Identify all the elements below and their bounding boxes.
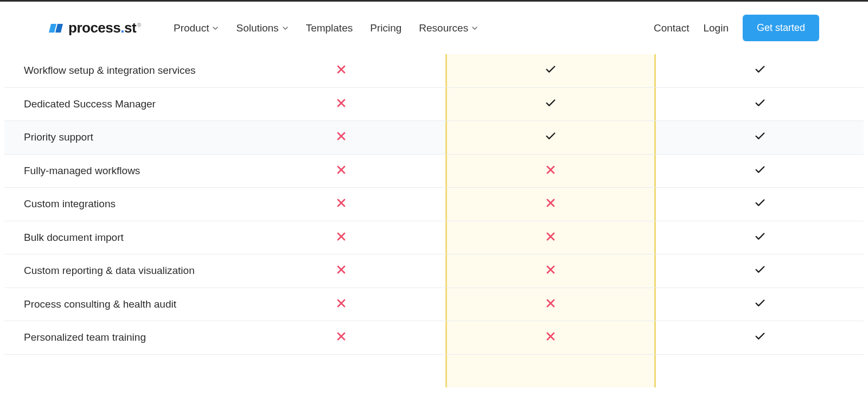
table-row: Fully-managed workflows bbox=[4, 155, 864, 188]
x-icon bbox=[336, 297, 346, 311]
nav-templates[interactable]: Templates bbox=[306, 22, 353, 34]
plan-col-2-highlighted bbox=[445, 88, 656, 121]
x-icon bbox=[546, 197, 556, 211]
plan-col-3 bbox=[656, 231, 864, 245]
x-icon bbox=[336, 164, 346, 178]
header-left: process.st® Product Solutions Templates … bbox=[49, 20, 478, 36]
table-row: Priority support bbox=[4, 121, 864, 155]
table-row: Bulk document import bbox=[4, 221, 864, 255]
plan-col-1 bbox=[238, 264, 445, 278]
table-row: Custom integrations bbox=[4, 188, 864, 221]
feature-label: Fully-managed workflows bbox=[4, 155, 238, 188]
check-icon bbox=[754, 97, 766, 111]
x-icon bbox=[336, 264, 346, 278]
table-row: Custom reporting & data visualization bbox=[4, 254, 864, 288]
plan-col-3 bbox=[656, 164, 864, 178]
plan-col-1 bbox=[238, 130, 445, 144]
plan-col-1 bbox=[238, 164, 445, 178]
table-row: Workflow setup & integration services bbox=[4, 54, 864, 88]
feature-label: Priority support bbox=[4, 121, 238, 154]
logo-text: process.st® bbox=[68, 20, 141, 36]
check-icon bbox=[754, 130, 766, 144]
feature-label: Process consulting & health audit bbox=[4, 288, 238, 321]
table-footer-row bbox=[4, 355, 864, 387]
feature-label: Custom reporting & data visualization bbox=[4, 254, 238, 288]
table-row: Personalized team training bbox=[4, 321, 864, 355]
check-icon bbox=[754, 63, 766, 78]
nav-resources[interactable]: Resources bbox=[419, 22, 478, 34]
check-icon bbox=[754, 330, 766, 344]
plan-col-2-highlighted bbox=[445, 121, 656, 154]
x-icon bbox=[336, 330, 346, 344]
x-icon bbox=[336, 63, 346, 78]
x-icon bbox=[546, 330, 556, 344]
plan-col-2-highlighted bbox=[445, 221, 656, 254]
nav-pricing[interactable]: Pricing bbox=[370, 22, 401, 34]
nav-product[interactable]: Product bbox=[174, 22, 219, 34]
plan-col-3 bbox=[656, 264, 864, 278]
plan-col-2-highlighted bbox=[445, 155, 656, 188]
plan-col-3 bbox=[656, 97, 864, 111]
feature-label: Dedicated Success Manager bbox=[4, 88, 238, 121]
check-icon bbox=[754, 197, 766, 211]
plan-col-3 bbox=[656, 130, 864, 144]
pricing-comparison-table: Workflow setup & integration servicesDed… bbox=[0, 54, 868, 387]
main-nav: Product Solutions Templates Pricing Reso… bbox=[174, 22, 478, 34]
logo-icon bbox=[49, 21, 64, 36]
feature-label: Personalized team training bbox=[4, 321, 238, 354]
contact-link[interactable]: Contact bbox=[654, 22, 689, 34]
chevron-down-icon bbox=[282, 25, 289, 31]
header: process.st® Product Solutions Templates … bbox=[0, 2, 868, 54]
check-icon bbox=[754, 297, 766, 311]
check-icon bbox=[545, 130, 557, 144]
chevron-down-icon bbox=[212, 25, 219, 31]
plan-col-2-highlighted bbox=[445, 54, 656, 87]
nav-solutions[interactable]: Solutions bbox=[236, 22, 288, 34]
plan-col-1 bbox=[238, 197, 445, 211]
plan-col-1 bbox=[238, 97, 445, 111]
feature-label: Custom integrations bbox=[4, 188, 238, 221]
x-icon bbox=[546, 231, 556, 245]
plan-col-2-highlighted bbox=[445, 288, 656, 321]
x-icon bbox=[336, 130, 346, 144]
plan-col-3 bbox=[656, 197, 864, 211]
check-icon bbox=[754, 231, 766, 245]
plan-col-3 bbox=[656, 297, 864, 311]
header-right: Contact Login Get started bbox=[654, 15, 819, 41]
login-link[interactable]: Login bbox=[703, 22, 729, 34]
plan-col-3 bbox=[656, 63, 864, 78]
chevron-down-icon bbox=[471, 25, 478, 31]
check-icon bbox=[754, 164, 766, 178]
check-icon bbox=[545, 97, 557, 111]
check-icon bbox=[545, 63, 557, 78]
feature-label: Bulk document import bbox=[4, 221, 238, 254]
plan-col-2-highlighted bbox=[445, 321, 656, 354]
x-icon bbox=[336, 231, 346, 245]
plan-col-1 bbox=[238, 231, 445, 245]
x-icon bbox=[336, 197, 346, 211]
table-row: Dedicated Success Manager bbox=[4, 88, 864, 122]
plan-col-3 bbox=[656, 330, 864, 344]
logo[interactable]: process.st® bbox=[49, 20, 141, 36]
feature-label: Workflow setup & integration services bbox=[4, 54, 238, 87]
x-icon bbox=[336, 97, 346, 111]
x-icon bbox=[546, 297, 556, 311]
table-row: Process consulting & health audit bbox=[4, 288, 864, 322]
plan-col-2-highlighted bbox=[445, 254, 656, 288]
plan-col-1 bbox=[238, 330, 445, 344]
x-icon bbox=[546, 264, 556, 278]
check-icon bbox=[754, 264, 766, 278]
x-icon bbox=[546, 164, 556, 178]
plan-col-1 bbox=[238, 63, 445, 78]
plan-col-1 bbox=[238, 297, 445, 311]
plan-col-2-highlighted bbox=[445, 188, 656, 221]
get-started-button[interactable]: Get started bbox=[743, 15, 819, 41]
